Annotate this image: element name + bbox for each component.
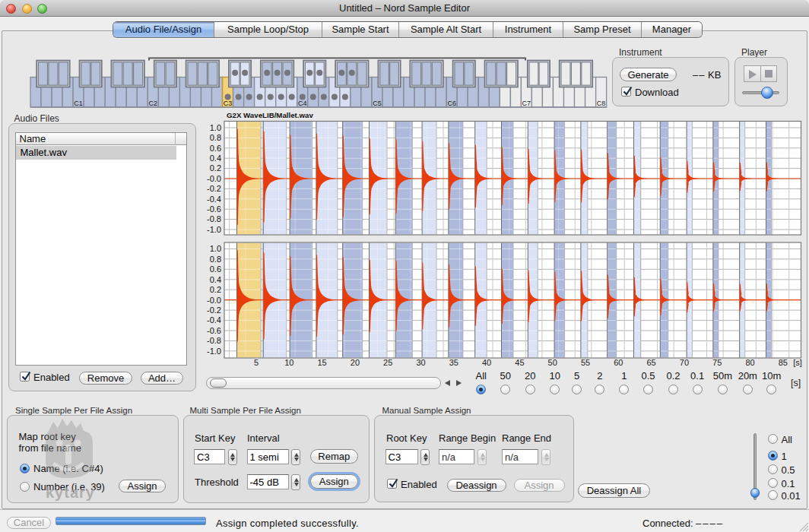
svg-text:C5: C5 — [373, 100, 382, 107]
svg-text:0.8: 0.8 — [210, 133, 221, 142]
svg-text:-0.4: -0.4 — [207, 195, 221, 204]
svg-text:-0.0: -0.0 — [207, 296, 221, 305]
svg-text:G2X WaveLIB/Mallet.wav: G2X WaveLIB/Mallet.wav — [227, 111, 313, 119]
svg-text:20: 20 — [351, 358, 360, 367]
svg-text:C2: C2 — [149, 100, 158, 107]
svg-text:-0.2: -0.2 — [207, 184, 221, 193]
svg-text:50: 50 — [548, 358, 557, 367]
svg-text:65: 65 — [646, 358, 655, 367]
svg-text:0.6: 0.6 — [210, 144, 221, 153]
svg-text:-0.4: -0.4 — [207, 315, 221, 325]
svg-text:80: 80 — [745, 358, 754, 367]
svg-text:40: 40 — [482, 358, 491, 367]
svg-text:75: 75 — [712, 358, 722, 367]
svg-text:0.2: 0.2 — [210, 163, 221, 173]
svg-text:-1.0: -1.0 — [207, 225, 221, 234]
svg-text:55: 55 — [581, 358, 590, 367]
svg-text:-0.0: -0.0 — [207, 174, 221, 183]
svg-text:-0.6: -0.6 — [207, 204, 221, 214]
svg-text:30: 30 — [416, 358, 425, 367]
svg-text:-1.0: -1.0 — [207, 347, 221, 356]
svg-text:C7: C7 — [522, 100, 531, 107]
svg-text:10: 10 — [284, 358, 293, 367]
svg-text:-0.2: -0.2 — [207, 306, 221, 315]
svg-text:0.8: 0.8 — [210, 255, 221, 264]
svg-text:15: 15 — [317, 358, 326, 367]
svg-text:1.0: 1.0 — [210, 123, 221, 132]
svg-text:5: 5 — [254, 358, 259, 367]
svg-text:70: 70 — [680, 358, 689, 367]
svg-text:25: 25 — [383, 358, 392, 367]
svg-text:0.4: 0.4 — [210, 275, 221, 284]
svg-text:kytary: kytary — [46, 484, 95, 501]
svg-text:85: 85 — [779, 358, 788, 367]
svg-text:C8: C8 — [597, 100, 606, 107]
svg-text:C4: C4 — [298, 100, 307, 107]
svg-text:C6: C6 — [447, 100, 456, 107]
svg-text:0.6: 0.6 — [210, 264, 221, 274]
svg-text:[s]: [s] — [793, 358, 802, 367]
svg-text:-0.6: -0.6 — [207, 326, 221, 335]
svg-text:-0.8: -0.8 — [207, 336, 221, 345]
svg-text:35: 35 — [449, 358, 458, 367]
svg-text:0.4: 0.4 — [210, 154, 221, 163]
svg-text:C1: C1 — [74, 100, 83, 107]
svg-text:60: 60 — [614, 358, 623, 367]
svg-text:-0.8: -0.8 — [207, 214, 221, 223]
svg-text:C3: C3 — [224, 100, 233, 107]
svg-text:45: 45 — [515, 358, 524, 367]
svg-text:1.0: 1.0 — [210, 244, 221, 253]
svg-text:0.2: 0.2 — [210, 285, 221, 294]
